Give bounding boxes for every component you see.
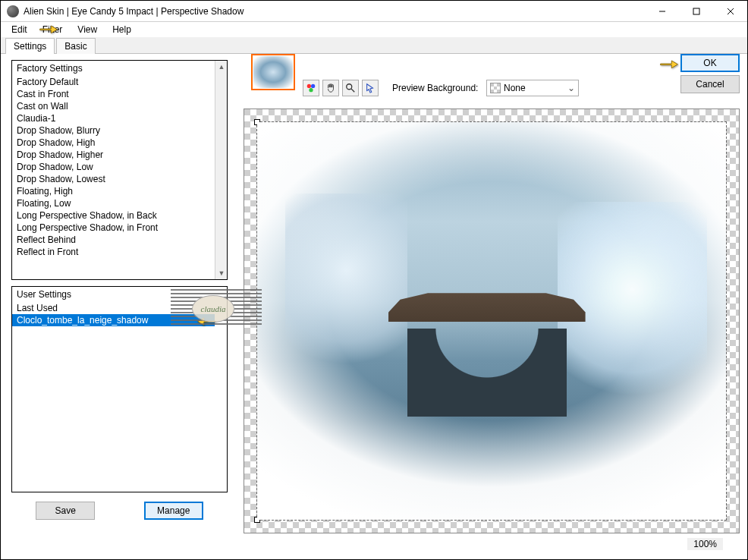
menu-filter[interactable]: Filter bbox=[36, 23, 69, 36]
manage-button[interactable]: Manage bbox=[144, 502, 203, 520]
pointer-annotation-icon bbox=[196, 314, 216, 328]
list-item-selected[interactable]: Cloclo_tombe_la_neige_shadow bbox=[12, 314, 215, 326]
svg-rect-1 bbox=[693, 8, 699, 14]
chevron-down-icon: ⌄ bbox=[564, 83, 578, 93]
list-item[interactable]: Drop Shadow, Higher bbox=[12, 149, 215, 161]
list-item[interactable]: Drop Shadow, High bbox=[12, 137, 215, 149]
decorative-arch-icon bbox=[407, 329, 567, 416]
svg-line-8 bbox=[351, 89, 354, 92]
menu-edit[interactable]: Edit bbox=[5, 23, 33, 36]
maximize-button[interactable] bbox=[679, 1, 713, 21]
svg-point-7 bbox=[347, 84, 352, 90]
selection-bounds[interactable] bbox=[256, 121, 727, 521]
pointer-tool[interactable] bbox=[362, 80, 379, 96]
list-item[interactable]: Cast on Wall bbox=[12, 100, 215, 112]
preset-buttons: Save Manage bbox=[11, 502, 228, 520]
tab-basic[interactable]: Basic bbox=[56, 38, 95, 54]
list-item[interactable]: Factory Default bbox=[12, 76, 215, 88]
factory-settings-header: Factory Settings bbox=[12, 61, 215, 76]
menu-view[interactable]: View bbox=[71, 23, 103, 36]
user-settings-list[interactable]: User Settings Last Used Cloclo_tombe_la_… bbox=[11, 286, 228, 492]
list-item[interactable]: Long Perspective Shadow, in Front bbox=[12, 222, 215, 234]
zoom-level: 100% bbox=[687, 538, 723, 550]
settings-pane: Factory Settings Factory Default Cast in… bbox=[11, 60, 228, 520]
titlebar: Alien Skin | Eye Candy 5 Impact | Perspe… bbox=[1, 1, 747, 22]
preview-pane: Preview Background: None ⌄ OK Cancel bbox=[244, 54, 740, 552]
preview-image bbox=[257, 122, 726, 520]
preview-thumbnail[interactable] bbox=[251, 54, 295, 90]
close-button[interactable] bbox=[713, 1, 747, 21]
tab-settings[interactable]: Settings bbox=[5, 38, 55, 54]
zoom-tool[interactable] bbox=[342, 80, 359, 96]
selected-preset-label: Cloclo_tombe_la_neige_shadow bbox=[17, 315, 148, 326]
list-item[interactable]: Drop Shadow, Low bbox=[12, 161, 215, 173]
preview-background-select[interactable]: None ⌄ bbox=[486, 80, 579, 96]
scroll-up-icon[interactable]: ▲ bbox=[215, 61, 228, 73]
menubar: Edit Filter View Help bbox=[1, 22, 747, 37]
scroll-down-icon[interactable]: ▼ bbox=[215, 267, 228, 279]
list-item[interactable]: Drop Shadow, Blurry bbox=[12, 124, 215, 137]
preview-background-value: None bbox=[504, 83, 526, 93]
svg-point-6 bbox=[309, 88, 313, 92]
list-item[interactable]: Claudia-1 bbox=[12, 112, 215, 124]
list-item[interactable]: Reflect Behind bbox=[12, 234, 215, 246]
ok-button[interactable]: OK bbox=[680, 54, 740, 72]
transparency-swatch-icon bbox=[490, 83, 501, 93]
list-item[interactable]: Last Used bbox=[12, 302, 215, 314]
color-picker-tool[interactable] bbox=[303, 80, 319, 96]
list-item[interactable]: Reflect in Front bbox=[12, 246, 215, 258]
list-item[interactable]: Long Perspective Shadow, in Back bbox=[12, 209, 215, 222]
menu-help[interactable]: Help bbox=[106, 23, 137, 36]
minimize-button[interactable] bbox=[645, 1, 679, 21]
thumbnail-image bbox=[253, 56, 293, 88]
cancel-button[interactable]: Cancel bbox=[680, 75, 740, 93]
preview-background-label: Preview Background: bbox=[392, 83, 478, 93]
save-button[interactable]: Save bbox=[36, 502, 95, 520]
factory-settings-list[interactable]: Factory Settings Factory Default Cast in… bbox=[11, 60, 228, 280]
hand-tool[interactable] bbox=[322, 80, 339, 96]
decorative-tree-icon bbox=[285, 193, 407, 385]
ok-label: OK bbox=[703, 58, 716, 68]
tab-row: Settings Basic bbox=[1, 37, 747, 54]
svg-point-4 bbox=[307, 84, 311, 88]
window-title: Alien Skin | Eye Candy 5 Impact | Perspe… bbox=[24, 6, 645, 17]
svg-point-5 bbox=[311, 84, 315, 88]
list-item[interactable]: Floating, High bbox=[12, 185, 215, 197]
list-item[interactable]: Drop Shadow, Lowest bbox=[12, 173, 215, 185]
app-icon bbox=[7, 5, 19, 17]
scrollbar[interactable]: ▲ ▼ bbox=[215, 61, 227, 279]
user-settings-header: User Settings bbox=[12, 287, 215, 302]
pointer-annotation-icon bbox=[659, 57, 679, 71]
list-item[interactable]: Cast in Front bbox=[12, 88, 215, 100]
list-item[interactable]: Floating, Low bbox=[12, 197, 215, 209]
preview-canvas[interactable] bbox=[244, 109, 740, 533]
preview-toolbar bbox=[303, 80, 379, 96]
